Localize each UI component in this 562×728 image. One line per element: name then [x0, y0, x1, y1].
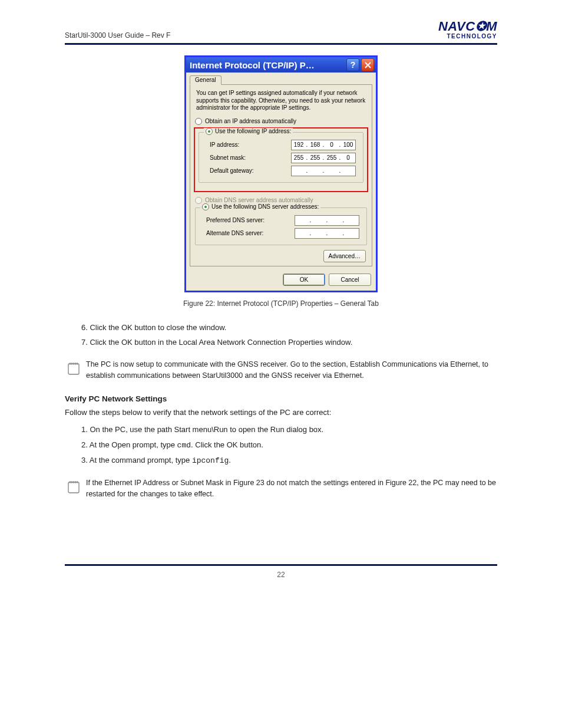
ip-octet: 255 — [325, 154, 339, 161]
lbl-alternate-dns: Alternate DNS server: — [206, 230, 263, 236]
ip-octet: 255 — [292, 154, 306, 161]
verify-heading: Verify PC Network Settings — [65, 394, 497, 403]
verify-intro: Follow the steps below to verify that th… — [65, 408, 497, 417]
close-button[interactable] — [361, 58, 374, 71]
radio-unselected-icon — [195, 118, 202, 125]
default-gateway-input[interactable]: . . . — [291, 166, 356, 176]
ip-octet: 100 — [341, 141, 355, 148]
opt-obtain-ip-auto[interactable]: Obtain an IP address automatically — [195, 118, 367, 125]
note-2-text: If the Ethernet IP Address or Subnet Mas… — [86, 477, 497, 500]
verify-step-2: 2. At the Open prompt, type cmd. Click t… — [81, 439, 491, 452]
svg-rect-0 — [68, 364, 79, 374]
ip-octet: 0 — [325, 141, 339, 148]
svg-rect-1 — [68, 482, 79, 493]
note-icon — [67, 479, 80, 500]
opt-use-dns[interactable]: Use the following DNS server addresses: — [200, 203, 320, 210]
cancel-button[interactable]: Cancel — [329, 274, 371, 286]
footer-rule — [65, 564, 497, 566]
doc-title: StarUtil-3000 User Guide – Rev F — [65, 31, 170, 39]
note-icon — [67, 360, 80, 382]
subnet-mask-input[interactable]: 255. 255. 255. 0 — [291, 153, 356, 163]
ipconfig-text: ipconfig — [192, 456, 229, 465]
verify-step-1: 1. On the PC, use the path Start menu\Ru… — [81, 424, 491, 436]
logo-bottom: TECHNOLOGY — [438, 33, 497, 39]
step-6: 6. Click the OK button to close the wind… — [81, 322, 491, 334]
ip-address-input[interactable]: 192. 168. 0. 100 — [291, 140, 356, 150]
ip-octet: 192 — [292, 141, 306, 148]
figure-caption: Figure 22: Internet Protocol (TCP/IP) Pr… — [65, 299, 497, 308]
page-number: 22 — [65, 571, 497, 579]
header-rule — [65, 43, 497, 45]
logo: NAVC✪M TECHNOLOGY — [438, 19, 497, 39]
lbl-subnet-mask: Subnet mask: — [210, 154, 246, 161]
opt-use-ip[interactable]: Use the following IP address: — [204, 128, 293, 135]
alternate-dns-input[interactable]: . . . — [295, 228, 359, 239]
info-text: You can get IP settings assigned automat… — [196, 90, 366, 112]
lbl-preferred-dns: Preferred DNS server: — [206, 217, 265, 223]
tcpip-dialog: Internet Protocol (TCP/IP) P… ? General … — [184, 55, 378, 292]
lbl-default-gateway: Default gateway: — [210, 167, 254, 174]
close-icon — [365, 62, 371, 68]
preferred-dns-input[interactable]: . . . — [295, 215, 359, 226]
radio-selected-icon — [202, 203, 209, 210]
highlighted-ip-section: Use the following IP address: IP address… — [194, 127, 368, 192]
ok-button[interactable]: OK — [283, 274, 325, 286]
help-button[interactable]: ? — [346, 58, 359, 71]
note-1-text: The PC is now setup to communicate with … — [86, 359, 497, 382]
opt-use-dns-label: Use the following DNS server addresses: — [211, 203, 319, 210]
step-7: 7. Click the OK button in the Local Area… — [81, 337, 491, 348]
tab-general[interactable]: General — [190, 75, 222, 85]
dialog-titlebar[interactable]: Internet Protocol (TCP/IP) P… ? — [186, 57, 376, 73]
logo-top: NAVC✪M — [438, 19, 497, 34]
radio-selected-icon — [206, 128, 213, 135]
opt-obtain-dns-label: Obtain DNS server address automatically — [205, 197, 313, 203]
advanced-button[interactable]: Advanced… — [323, 250, 366, 262]
ip-octet: 255 — [308, 154, 322, 161]
cmd-text: cmd — [177, 441, 191, 450]
verify-step-3: 3. At the command prompt, type ipconfig. — [81, 454, 491, 467]
opt-use-ip-label: Use the following IP address: — [215, 128, 291, 134]
ip-octet: 168 — [308, 141, 322, 148]
opt-obtain-ip-label: Obtain an IP address automatically — [205, 118, 296, 124]
dialog-title: Internet Protocol (TCP/IP) P… — [190, 60, 345, 70]
ip-octet: 0 — [341, 154, 355, 161]
lbl-ip-address: IP address: — [210, 141, 239, 148]
